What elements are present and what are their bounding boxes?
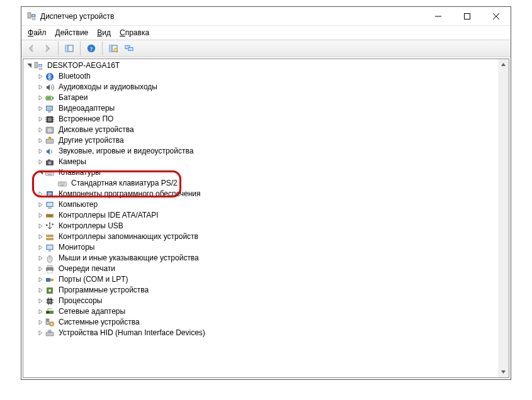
network-icon	[45, 307, 55, 317]
tree-item[interactable]: Программные устройства	[23, 285, 498, 296]
expander-closed-icon[interactable]	[36, 114, 45, 125]
app-icon	[26, 11, 37, 21]
tree-item[interactable]: Клавиатуры	[23, 167, 498, 178]
toolbar-help-button[interactable]: ?	[84, 41, 99, 56]
svg-rect-0	[28, 13, 31, 18]
svg-point-87	[49, 222, 50, 223]
tree-item[interactable]: Камеры	[23, 157, 498, 167]
expander-closed-icon[interactable]	[36, 231, 45, 242]
expander-closed-icon[interactable]	[36, 210, 45, 221]
tree-item[interactable]: Контроллеры IDE ATA/ATAPI	[23, 210, 498, 221]
expander-closed-icon[interactable]	[36, 157, 45, 167]
ide-icon	[45, 211, 55, 221]
minimize-button[interactable]	[424, 7, 453, 26]
tree-subitem[interactable]: Стандартная клавиатура PS/2	[23, 178, 498, 189]
tree-item[interactable]: Видеоадаптеры	[23, 103, 498, 114]
keyboard-icon	[57, 179, 67, 189]
battery-icon	[45, 93, 55, 103]
menu-help[interactable]: Справка	[116, 27, 153, 38]
maximize-button[interactable]	[453, 7, 482, 26]
toolbar-showhide-button[interactable]	[62, 41, 77, 56]
expander-closed-icon[interactable]	[36, 264, 45, 274]
expander-closed-icon[interactable]	[36, 274, 45, 285]
tree-item[interactable]: Встроенное ПО	[23, 114, 498, 125]
expander-closed-icon[interactable]	[36, 92, 45, 103]
window-controls	[424, 7, 511, 26]
scroll-down-button[interactable]	[498, 367, 509, 377]
tree-item[interactable]: ?Другие устройства	[23, 135, 498, 146]
tree-item[interactable]: Сетевые адаптеры	[23, 306, 498, 317]
svg-rect-116	[47, 311, 49, 313]
svg-rect-70	[62, 184, 62, 184]
menu-file[interactable]: Файл	[24, 27, 50, 38]
svg-rect-96	[48, 250, 51, 252]
toolbar-scan-button[interactable]	[106, 41, 121, 56]
expander-closed-icon[interactable]	[36, 296, 45, 306]
tree-item[interactable]: Контроллеры USB	[23, 221, 498, 231]
scroll-up-button[interactable]	[498, 59, 509, 70]
tree-root[interactable]: DESKTOP-AEGA16T	[23, 60, 498, 71]
tree-item[interactable]: Дисковые устройства	[23, 125, 498, 135]
vertical-scrollbar[interactable]	[498, 59, 509, 377]
tree-subitem-label: Стандартная клавиатура PS/2	[70, 178, 179, 189]
expander-open-icon[interactable]	[25, 60, 33, 71]
menu-action[interactable]: Действие	[52, 27, 93, 38]
tree-item[interactable]: Устройства HID (Human Interface Devices)	[23, 328, 498, 338]
tree-item[interactable]: Звуковые, игровые и видеоустройства	[23, 146, 498, 157]
tree-item[interactable]: Порты (COM и LPT)	[23, 274, 498, 285]
svg-rect-51	[47, 172, 47, 172]
tree-item-label: Процессоры	[57, 296, 104, 306]
sound-icon	[45, 147, 55, 157]
expander-closed-icon[interactable]	[36, 317, 45, 328]
svg-rect-63	[59, 182, 60, 183]
expander-closed-icon[interactable]	[36, 242, 45, 253]
close-button[interactable]	[482, 7, 511, 26]
tree-item[interactable]: Компоненты программного обеспечения	[23, 189, 498, 199]
tree-item[interactable]: Процессоры	[23, 296, 498, 306]
expander-closed-icon[interactable]	[36, 328, 45, 338]
toolbar-forward-button[interactable]	[40, 41, 55, 56]
tree-item[interactable]: Мониторы	[23, 242, 498, 253]
menu-view[interactable]: Вид	[93, 27, 115, 38]
scroll-track[interactable]	[498, 70, 509, 367]
svg-rect-55	[52, 172, 52, 172]
svg-rect-119	[47, 321, 48, 321]
tree-item-label: Камеры	[57, 157, 88, 167]
expander-closed-icon[interactable]	[36, 125, 45, 135]
display-adapter-icon	[45, 104, 55, 114]
expander-closed-icon[interactable]	[36, 189, 45, 199]
expander-open-icon[interactable]	[36, 167, 45, 178]
tree-item[interactable]: Bluetooth	[23, 71, 498, 82]
svg-rect-58	[49, 173, 50, 174]
expander-closed-icon[interactable]	[36, 306, 45, 317]
expander-closed-icon[interactable]	[36, 285, 45, 296]
svg-rect-34	[48, 118, 52, 121]
expander-closed-icon[interactable]	[36, 253, 45, 264]
toolbar-back-button[interactable]	[24, 41, 39, 56]
tree-item[interactable]: Мыши и иные указывающие устройства	[23, 253, 498, 264]
tree-item-label: Контроллеры USB	[57, 221, 125, 231]
tree-item[interactable]: Аудиовходы и аудиовыходы	[23, 82, 498, 92]
device-tree[interactable]: DESKTOP-AEGA16TBluetoothАудиовходы и ауд…	[23, 59, 498, 377]
tree-item[interactable]: Системные устройства	[23, 317, 498, 328]
expander-closed-icon[interactable]	[36, 146, 45, 157]
expander-closed-icon[interactable]	[36, 82, 45, 92]
toolbar-monitors-button[interactable]	[122, 41, 137, 56]
svg-rect-80	[48, 208, 52, 209]
expander-closed-icon[interactable]	[36, 135, 45, 146]
expander-closed-icon[interactable]	[36, 103, 45, 114]
expander-closed-icon[interactable]	[36, 199, 45, 210]
tree-item[interactable]: Компьютер	[23, 199, 498, 210]
expander-closed-icon[interactable]	[36, 71, 45, 82]
tree-item[interactable]: Контроллеры запоминающих устройств	[23, 231, 498, 242]
tree-item[interactable]: Батареи	[23, 92, 498, 103]
tree-item-label: Контроллеры IDE ATA/ATAPI	[57, 210, 160, 221]
tree-item[interactable]: Очереди печати	[23, 264, 498, 274]
svg-rect-83	[48, 214, 48, 217]
svg-rect-99	[47, 265, 52, 267]
expander-closed-icon[interactable]	[36, 221, 45, 231]
toolbar-separator	[80, 42, 81, 55]
svg-rect-101	[47, 270, 52, 273]
toolbar: ?	[21, 40, 511, 57]
svg-rect-67	[64, 182, 65, 183]
